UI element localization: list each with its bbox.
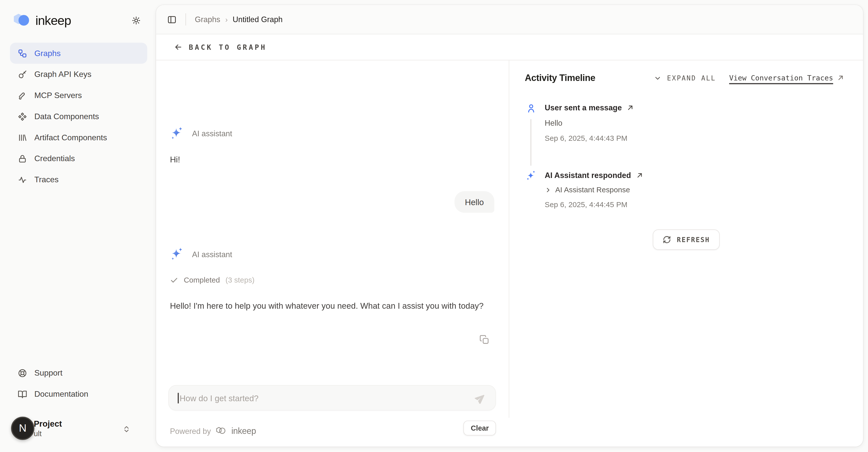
sidebar-item-label: Credentials <box>34 154 75 163</box>
user-icon <box>526 103 536 113</box>
workflow-icon <box>18 49 27 58</box>
component-icon <box>18 112 27 121</box>
clear-button[interactable]: Clear <box>464 421 496 436</box>
assistant-response-label: AI Assistant Response <box>555 186 630 194</box>
sidebar-item-graphs[interactable]: Graphs <box>10 43 148 64</box>
mcp-icon <box>18 90 27 100</box>
assistant-response-expander[interactable]: AI Assistant Response <box>545 186 852 194</box>
project-selector[interactable]: N Project ult <box>10 413 148 444</box>
arrow-up-right-icon <box>627 104 634 111</box>
sidebar-nav: Graphs Graph API Keys MCP Servers <box>10 43 148 190</box>
powered-by[interactable]: Powered by inkeep <box>170 426 256 436</box>
bars-icon <box>18 133 27 142</box>
lock-icon <box>18 154 27 163</box>
life-buoy-icon <box>18 368 27 377</box>
sidebar-item-label: Data Components <box>34 112 99 121</box>
app-root: inkeep Graphs <box>0 0 868 452</box>
sidebar-item-traces[interactable]: Traces <box>10 169 148 190</box>
sidebar-item-data-components[interactable]: Data Components <box>10 106 148 127</box>
status-steps: (3 steps) <box>225 276 255 284</box>
sidebar-item-label: Support <box>34 369 63 377</box>
avatar-letter: N <box>19 422 26 434</box>
assistant-header: AI assistant <box>169 126 232 141</box>
sidebar-item-support[interactable]: Support <box>10 362 148 384</box>
chevron-down-icon <box>654 74 661 82</box>
back-to-graph-label: BACK TO GRAPH <box>189 43 267 51</box>
main-panel: Graphs › Untitled Graph BACK TO GRAPH <box>156 5 863 447</box>
assistant-message: Hi! <box>170 154 180 164</box>
timeline-event-body: User sent a message Hello Sep 6, 2025, 4… <box>545 103 852 142</box>
inkeep-outline-icon <box>215 426 227 436</box>
divider <box>185 13 186 25</box>
sidebar-item-label: MCP Servers <box>34 91 82 100</box>
breadcrumb-bar: Graphs › Untitled Graph <box>156 5 863 34</box>
sidebar-item-label: Graphs <box>34 49 61 58</box>
assistant-label: AI assistant <box>192 250 232 258</box>
avatar[interactable]: N <box>11 417 34 440</box>
sparkles-icon <box>526 171 536 181</box>
chat-input[interactable]: How do I get started? <box>168 385 496 411</box>
view-conversation-traces-link[interactable]: View Conversation Traces <box>729 74 844 82</box>
back-to-graph-button[interactable]: BACK TO GRAPH <box>156 34 863 61</box>
sidebar-item-label: Graph API Keys <box>34 70 91 79</box>
inkeep-logo-icon <box>13 13 30 28</box>
sidebar-item-graph-api-keys[interactable]: Graph API Keys <box>10 64 148 85</box>
refresh-icon <box>662 235 671 244</box>
view-traces-label: View Conversation Traces <box>729 74 833 82</box>
sidebar-footer: Support Documentation N Project ult <box>10 362 148 444</box>
refresh-label: REFRESH <box>677 236 710 244</box>
timeline-controls: EXPAND ALL View Conversation Traces <box>654 74 844 82</box>
chevron-right-icon: › <box>225 15 228 24</box>
user-message-bubble: Hello <box>454 191 494 213</box>
sidebar-item-label: Documentation <box>34 389 88 398</box>
project-subtitle: ult <box>34 429 62 439</box>
assistant-label: AI assistant <box>192 129 232 138</box>
refresh-button[interactable]: REFRESH <box>652 229 720 250</box>
sidebar-item-label: Traces <box>34 175 59 184</box>
activity-timeline-header: Activity Timeline EXPAND ALL View Conve <box>525 73 844 83</box>
chevrons-up-down-icon <box>122 425 131 433</box>
timeline-event-body: AI Assistant responded <box>545 171 852 209</box>
arrow-up-right-icon <box>636 171 643 179</box>
brand-row: inkeep <box>10 12 148 29</box>
sidebar-item-credentials[interactable]: Credentials <box>10 148 148 169</box>
book-open-icon <box>18 389 27 398</box>
breadcrumb-page: Untitled Graph <box>232 15 283 24</box>
chevron-right-icon <box>545 187 551 193</box>
expand-all-button[interactable]: EXPAND ALL <box>654 74 716 82</box>
timeline-event-user: User sent a message Hello Sep 6, 2025, 4… <box>526 103 852 142</box>
sidebar-item-mcp-servers[interactable]: MCP Servers <box>10 85 148 106</box>
sidebar: inkeep Graphs <box>0 0 156 452</box>
activity-icon <box>18 175 27 184</box>
powered-by-label: Powered by <box>170 426 211 435</box>
chat-panel: AI assistant Hi! Hello AI assistant <box>156 60 509 418</box>
breadcrumb-section[interactable]: Graphs <box>195 15 220 24</box>
assistant-header: AI assistant <box>169 247 232 262</box>
sidebar-toggle-button[interactable] <box>167 15 177 24</box>
powered-by-brand: inkeep <box>231 426 256 436</box>
send-button[interactable] <box>475 392 487 403</box>
completion-status[interactable]: Completed (3 steps) <box>170 276 255 284</box>
content-area: AI assistant Hi! Hello AI assistant <box>156 60 863 418</box>
timeline-event-link[interactable]: AI Assistant responded <box>545 171 852 179</box>
assistant-message: Hello! I'm here to help you with whateve… <box>170 299 493 312</box>
theme-toggle-button[interactable] <box>130 14 143 27</box>
copy-button[interactable] <box>479 335 490 345</box>
brand-wordmark: inkeep <box>35 13 71 28</box>
key-icon <box>18 69 27 79</box>
check-icon <box>170 276 178 284</box>
sparkles-icon <box>169 126 184 141</box>
chat-input-placeholder: How do I get started? <box>180 393 258 402</box>
timeline-event-title: User sent a message <box>545 103 622 112</box>
timeline-event-link[interactable]: User sent a message <box>545 103 852 112</box>
arrow-up-right-icon <box>837 74 844 81</box>
activity-timeline-title: Activity Timeline <box>525 73 595 83</box>
sidebar-item-artifact-components[interactable]: Artifact Components <box>10 127 148 148</box>
timeline-event-title: AI Assistant responded <box>545 171 631 179</box>
text-caret <box>178 393 179 403</box>
timeline-event-timestamp: Sep 6, 2025, 4:44:43 PM <box>545 134 852 142</box>
sun-icon <box>132 16 141 25</box>
arrow-left-icon <box>174 43 183 52</box>
sidebar-item-documentation[interactable]: Documentation <box>10 384 148 404</box>
timeline-event-assistant: AI Assistant responded <box>526 171 852 209</box>
